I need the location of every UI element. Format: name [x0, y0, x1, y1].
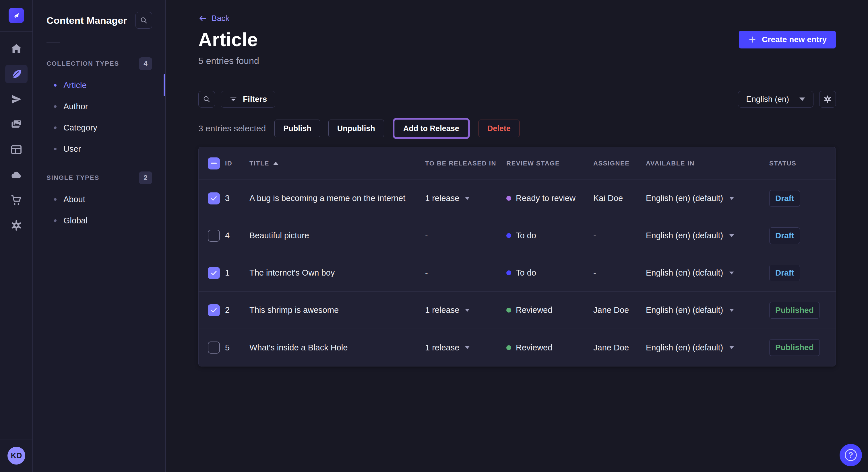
back-link[interactable]: Back — [198, 12, 229, 24]
row-review-stage: Ready to review — [506, 194, 593, 203]
nav-content-type-builder-icon[interactable] — [5, 140, 28, 159]
row-title[interactable]: A bug is becoming a meme on the internet — [249, 194, 425, 203]
row-available-in[interactable]: English (en) (default) — [646, 305, 769, 315]
content-manager-sidebar: Content Manager COLLECTION TYPES4Article… — [33, 0, 166, 472]
column-header-assignee[interactable]: ASSIGNEE — [593, 160, 646, 167]
row-checkbox[interactable] — [208, 304, 220, 316]
stage-dot-icon — [506, 345, 511, 350]
row-available-in[interactable]: English (en) (default) — [646, 343, 769, 352]
column-header-to-be-released-in[interactable]: TO BE RELEASED IN — [425, 160, 506, 167]
row-id: 4 — [225, 231, 249, 240]
column-header-available-in[interactable]: AVAILABLE IN — [646, 160, 769, 167]
row-to-be-released-in[interactable]: 1 release — [425, 343, 506, 352]
chevron-down-icon — [730, 309, 734, 312]
section-label: COLLECTION TYPES — [46, 60, 119, 67]
nav-releases-icon[interactable] — [5, 90, 28, 108]
stage-dot-icon — [506, 233, 511, 238]
publish-button[interactable]: Publish — [274, 120, 320, 137]
gear-icon — [823, 95, 832, 104]
row-status: Published — [769, 302, 836, 318]
sidebar-section: COLLECTION TYPES4ArticleAuthorCategoryUs… — [33, 57, 165, 160]
nav-media-library-icon[interactable] — [5, 115, 28, 134]
row-title[interactable]: What's inside a Black Hole — [249, 343, 425, 352]
main-content: Back Article Create new entry 5 entries … — [166, 0, 868, 472]
row-review-stage: To do — [506, 268, 593, 278]
nav-home-icon[interactable] — [5, 40, 28, 58]
check-icon — [210, 195, 218, 202]
delete-button[interactable]: Delete — [478, 120, 520, 137]
strapi-logo[interactable] — [9, 8, 24, 23]
row-id: 3 — [225, 194, 249, 203]
row-title[interactable]: The internet's Own boy — [249, 268, 425, 278]
bullet-icon — [54, 84, 57, 87]
sidebar-search-button[interactable] — [135, 12, 152, 29]
row-available-in[interactable]: English (en) (default) — [646, 194, 769, 203]
sidebar-item-category[interactable]: Category — [33, 117, 165, 138]
row-checkbox[interactable] — [208, 193, 220, 204]
column-header-id[interactable]: ID — [225, 160, 249, 167]
stage-dot-icon — [506, 308, 511, 312]
bullet-icon — [54, 148, 57, 150]
sidebar-item-author[interactable]: Author — [33, 96, 165, 117]
page-title: Article — [198, 29, 258, 50]
row-assignee: - — [593, 231, 646, 240]
row-status: Draft — [769, 227, 836, 244]
filters-button[interactable]: Filters — [221, 91, 275, 107]
row-id: 2 — [225, 305, 249, 315]
column-header-review-stage[interactable]: REVIEW STAGE — [506, 160, 593, 167]
row-checkbox[interactable] — [208, 230, 220, 242]
create-new-entry-button[interactable]: Create new entry — [739, 31, 836, 48]
search-button[interactable] — [198, 91, 215, 107]
row-checkbox[interactable] — [208, 267, 220, 279]
view-settings-button[interactable] — [819, 91, 836, 107]
sidebar-item-user[interactable]: User — [33, 138, 165, 160]
sort-ascending-icon — [273, 162, 278, 165]
row-to-be-released-in: - — [425, 231, 506, 240]
sidebar-item-global[interactable]: Global — [33, 210, 165, 231]
help-button[interactable]: ? — [840, 444, 862, 466]
nav-content-manager-icon[interactable] — [5, 65, 28, 83]
table-row[interactable]: 4Beautiful picture-To do-English (en) (d… — [198, 217, 836, 255]
search-icon — [203, 95, 211, 103]
column-header-status[interactable]: STATUS — [769, 160, 836, 167]
table-row[interactable]: 3A bug is becoming a meme on the interne… — [198, 180, 836, 217]
status-badge: Draft — [769, 265, 800, 281]
chevron-down-icon — [465, 197, 470, 200]
stage-dot-icon — [506, 270, 511, 275]
row-to-be-released-in[interactable]: 1 release — [425, 305, 506, 315]
nav-deploy-icon[interactable] — [5, 166, 28, 184]
sidebar-title: Content Manager — [46, 15, 127, 26]
row-review-stage: Reviewed — [506, 343, 593, 352]
locale-dropdown[interactable]: English (en) — [738, 91, 813, 107]
table-row[interactable]: 1The internet's Own boy-To do-English (e… — [198, 255, 836, 292]
bullet-icon — [54, 220, 57, 222]
row-checkbox[interactable] — [208, 341, 220, 353]
user-avatar[interactable]: KD — [7, 447, 25, 465]
row-assignee: - — [593, 268, 646, 278]
chevron-down-icon — [730, 197, 734, 200]
row-title[interactable]: Beautiful picture — [249, 231, 425, 240]
row-available-in[interactable]: English (en) (default) — [646, 231, 769, 240]
table-row[interactable]: 5What's inside a Black Hole1 releaseRevi… — [198, 329, 836, 366]
row-review-stage: To do — [506, 231, 593, 240]
nav-marketplace-icon[interactable] — [5, 191, 28, 209]
select-all-checkbox[interactable] — [208, 158, 220, 169]
row-to-be-released-in[interactable]: 1 release — [425, 194, 506, 203]
add-to-release-button[interactable]: Add to Release — [394, 120, 468, 137]
sidebar-item-about[interactable]: About — [33, 189, 165, 210]
row-status: Published — [769, 339, 836, 356]
sidebar-item-article[interactable]: Article — [33, 74, 165, 96]
table-row[interactable]: 2This shrimp is awesome1 releaseReviewed… — [198, 292, 836, 329]
section-count-badge: 4 — [139, 57, 152, 70]
table-header-row: ID TITLE TO BE RELEASED IN REVIEW STAGE … — [198, 147, 836, 180]
nav-settings-icon[interactable] — [5, 216, 28, 235]
row-available-in[interactable]: English (en) (default) — [646, 268, 769, 278]
sidebar-divider — [46, 42, 60, 42]
strapi-logo-icon — [11, 11, 21, 20]
unpublish-button[interactable]: Unpublish — [329, 120, 384, 137]
column-header-title[interactable]: TITLE — [249, 160, 425, 167]
status-badge: Draft — [769, 227, 800, 244]
row-status: Draft — [769, 190, 836, 207]
status-badge: Published — [769, 302, 820, 318]
row-title[interactable]: This shrimp is awesome — [249, 305, 425, 315]
